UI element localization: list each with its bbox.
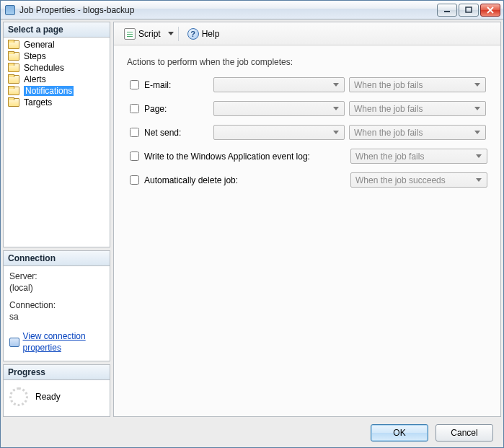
folder-icon: [8, 86, 19, 96]
eventlog-condition-combo[interactable]: When the job fails: [350, 149, 487, 164]
nav-item-schedules[interactable]: Schedules: [4, 62, 110, 74]
view-connection-properties-link[interactable]: View connection properties: [9, 330, 104, 353]
folder-icon: [8, 40, 19, 50]
nav-item-general[interactable]: General: [4, 39, 110, 50]
nav-label: Alerts: [24, 74, 46, 84]
row-autodelete: Automatically delete job: When the job s…: [127, 172, 487, 188]
toolbar: Script ? Help: [114, 22, 500, 45]
progress-panel: Progress Ready: [3, 364, 110, 417]
page-label: Page:: [144, 104, 209, 114]
chevron-down-icon: [331, 131, 341, 134]
netsend-checkbox[interactable]: [130, 128, 139, 137]
row-email: E-mail: When the job fails: [127, 77, 487, 92]
ok-button[interactable]: OK: [371, 424, 428, 442]
combo-text: When the job fails: [355, 151, 424, 162]
netsend-operator-combo[interactable]: [213, 125, 345, 140]
window-buttons: [437, 4, 500, 17]
script-icon: [124, 28, 136, 40]
svg-marker-11: [476, 154, 482, 158]
titlebar: Job Properties - blogs-backup: [1, 1, 503, 19]
nav-label: Notifications: [24, 86, 74, 96]
help-icon: ?: [187, 28, 199, 40]
svg-rect-1: [466, 7, 472, 12]
netsend-label: Net send:: [144, 128, 209, 138]
combo-text: When the job fails: [354, 128, 423, 138]
nav-label: Schedules: [24, 63, 64, 73]
svg-marker-8: [474, 107, 480, 110]
email-condition-combo[interactable]: When the job fails: [349, 77, 486, 92]
toolbar-separator: [178, 27, 179, 41]
svg-marker-7: [333, 107, 339, 110]
cancel-button[interactable]: Cancel: [436, 424, 493, 442]
email-operator-combo[interactable]: [213, 77, 345, 92]
section-title: Actions to perform when the job complete…: [127, 57, 487, 67]
svg-marker-10: [474, 131, 480, 134]
help-button[interactable]: ? Help: [183, 27, 224, 41]
combo-text: When the job fails: [354, 104, 423, 114]
progress-body: Ready: [4, 380, 110, 416]
progress-header: Progress: [4, 365, 110, 380]
connection-label: Connection:: [9, 299, 104, 311]
help-label: Help: [202, 29, 220, 39]
autodelete-checkbox[interactable]: [130, 175, 139, 185]
connection-body: Server: (local) Connection: sa View conn…: [4, 266, 110, 361]
eventlog-checkbox[interactable]: [130, 151, 139, 161]
cancel-label: Cancel: [451, 428, 477, 438]
page-list: General Steps Schedules Alerts: [4, 38, 110, 110]
chevron-down-icon: [331, 107, 341, 110]
script-label: Script: [138, 29, 161, 39]
connection-value: sa: [9, 311, 104, 322]
window-title: Job Properties - blogs-backup: [19, 5, 437, 15]
row-netsend: Net send: When the job fails: [127, 125, 487, 140]
svg-marker-12: [476, 178, 482, 182]
minimize-button[interactable]: [437, 4, 457, 17]
email-checkbox[interactable]: [130, 80, 139, 89]
left-column: Select a page General Steps Schedules: [3, 22, 110, 417]
properties-icon: [9, 337, 19, 347]
nav-label: Targets: [24, 97, 52, 107]
eventlog-label: Write to the Windows Application event l…: [144, 151, 346, 162]
nav-label: General: [24, 40, 55, 50]
email-label: E-mail:: [144, 80, 209, 90]
page-operator-combo[interactable]: [213, 101, 345, 116]
folder-icon: [8, 74, 19, 84]
page-checkbox[interactable]: [130, 104, 139, 113]
nav-item-targets[interactable]: Targets: [4, 97, 110, 108]
nav-label: Steps: [24, 51, 46, 61]
chevron-down-icon: [331, 83, 341, 87]
page-condition-combo[interactable]: When the job fails: [349, 101, 486, 116]
script-button[interactable]: Script: [120, 27, 165, 41]
maximize-button[interactable]: [459, 4, 479, 17]
chevron-down-icon: [474, 154, 484, 158]
client-area: Select a page General Steps Schedules: [1, 19, 503, 419]
footer: OK Cancel: [1, 419, 503, 447]
folder-icon: [8, 51, 19, 61]
link-text: View connection properties: [23, 330, 104, 353]
autodelete-condition-combo[interactable]: When the job succeeds: [350, 172, 487, 188]
server-value: (local): [9, 282, 104, 294]
svg-marker-4: [168, 32, 174, 35]
select-page-panel: Select a page General Steps Schedules: [3, 22, 110, 247]
connection-header: Connection: [4, 251, 110, 266]
svg-marker-5: [333, 83, 339, 87]
netsend-condition-combo[interactable]: When the job fails: [349, 125, 486, 140]
chevron-down-icon: [472, 83, 482, 87]
app-icon: [5, 5, 15, 15]
nav-item-steps[interactable]: Steps: [4, 50, 110, 62]
spinner-icon: [9, 387, 28, 406]
chevron-down-icon: [474, 178, 484, 182]
svg-marker-6: [474, 83, 480, 87]
script-dropdown-arrow[interactable]: [168, 28, 174, 40]
close-button[interactable]: [480, 4, 500, 17]
nav-item-alerts[interactable]: Alerts: [4, 74, 110, 85]
folder-icon: [8, 97, 19, 107]
row-page: Page: When the job fails: [127, 101, 487, 116]
row-eventlog: Write to the Windows Application event l…: [127, 149, 487, 164]
svg-marker-9: [333, 131, 339, 134]
workarea: Select a page General Steps Schedules: [3, 22, 501, 417]
progress-status: Ready: [35, 392, 61, 402]
ok-label: OK: [393, 428, 405, 438]
select-page-header: Select a page: [4, 22, 110, 38]
nav-item-notifications[interactable]: Notifications: [4, 85, 110, 97]
folder-icon: [8, 63, 19, 73]
